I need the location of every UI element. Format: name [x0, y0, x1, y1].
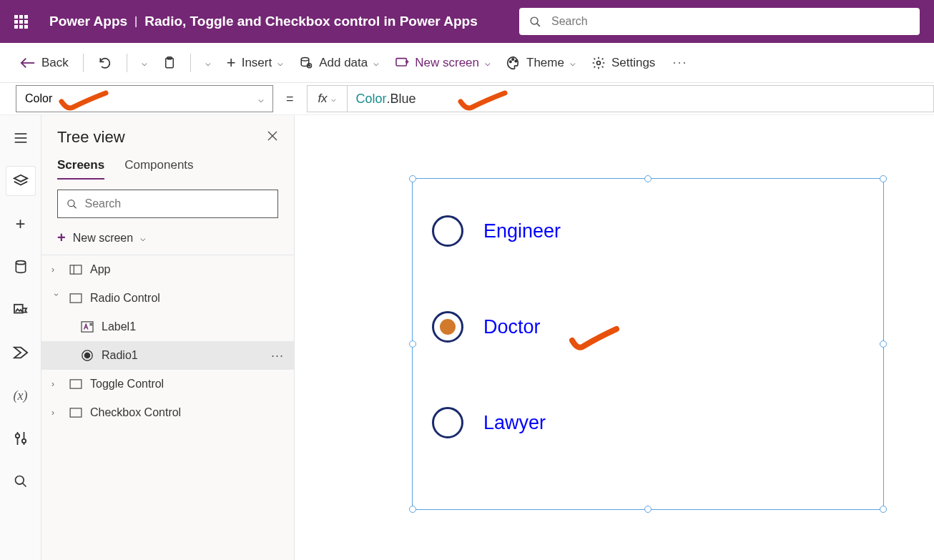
- close-icon: [267, 130, 278, 142]
- tree-item-label1[interactable]: Label1: [41, 313, 294, 341]
- radio-button-icon[interactable]: [432, 311, 463, 343]
- tree-item-toggle-control[interactable]: › Toggle Control: [41, 370, 294, 398]
- tree-search[interactable]: [57, 190, 278, 218]
- radio-option[interactable]: Lawyer: [432, 407, 561, 438]
- svg-line-1: [537, 23, 540, 26]
- rail-tree-view-button[interactable]: [6, 167, 35, 195]
- rail-variables-button[interactable]: (x): [6, 381, 35, 410]
- tree-view-panel: Tree view Screens Components + New scree…: [41, 115, 295, 560]
- tree-new-screen-button[interactable]: + New screen ⌵: [41, 225, 294, 255]
- new-screen-button[interactable]: New screen ⌵: [389, 51, 496, 74]
- label-icon: [80, 321, 94, 333]
- svg-point-40: [84, 353, 89, 358]
- formula-token-identifier: Color: [356, 92, 387, 107]
- radio-button-icon[interactable]: [432, 215, 463, 247]
- radio-option[interactable]: Doctor: [432, 311, 561, 343]
- tree-item-label: Radio Control: [90, 292, 160, 305]
- paste-dropdown[interactable]: ⌵: [200, 53, 217, 72]
- radio-control[interactable]: Engineer Doctor Lawyer: [432, 215, 561, 438]
- theme-button[interactable]: Theme ⌵: [501, 51, 581, 74]
- resize-handle[interactable]: [409, 340, 416, 348]
- radio-icon: [80, 349, 94, 362]
- paste-button[interactable]: [157, 51, 182, 74]
- tree-item-more-button[interactable]: ···: [271, 348, 284, 363]
- back-label: Back: [41, 56, 69, 70]
- divider: [127, 54, 127, 72]
- resize-handle[interactable]: [644, 506, 652, 513]
- back-button[interactable]: Back: [14, 51, 74, 74]
- left-rail: + (x): [0, 115, 41, 560]
- data-icon: [299, 57, 313, 69]
- radio-selected-dot: [440, 319, 456, 335]
- tree-tabs: Screens Components: [41, 151, 294, 180]
- tab-screens[interactable]: Screens: [57, 158, 104, 180]
- settings-button[interactable]: Settings: [586, 51, 661, 74]
- tree-item-app[interactable]: › App: [41, 255, 294, 284]
- chevron-down-icon: ⌵: [205, 57, 211, 68]
- hamburger-icon: [14, 132, 28, 144]
- svg-rect-41: [70, 380, 82, 388]
- property-selector[interactable]: Color ⌵: [16, 85, 273, 112]
- settings-label: Settings: [611, 56, 655, 70]
- svg-point-13: [512, 58, 514, 60]
- resize-handle[interactable]: [409, 175, 416, 182]
- radio-option-label: Engineer: [483, 220, 561, 242]
- svg-point-27: [15, 476, 24, 485]
- more-commands-button[interactable]: ···: [665, 52, 694, 73]
- close-panel-button[interactable]: [267, 130, 278, 145]
- fx-button[interactable]: fx ⌵: [307, 85, 347, 112]
- radio-option[interactable]: Engineer: [432, 215, 561, 247]
- svg-point-31: [68, 200, 74, 206]
- chevron-down-icon: ⌵: [142, 57, 147, 68]
- collapse-icon[interactable]: ›: [51, 293, 62, 303]
- rail-power-automate-button[interactable]: [6, 338, 35, 367]
- svg-line-28: [22, 483, 26, 487]
- gear-icon: [591, 56, 606, 70]
- expand-icon[interactable]: ›: [51, 379, 62, 389]
- tree-item-radio-control[interactable]: › Radio Control: [41, 284, 294, 313]
- plus-icon: +: [57, 230, 66, 246]
- resize-handle[interactable]: [880, 340, 887, 348]
- add-data-button[interactable]: Add data ⌵: [293, 51, 385, 74]
- tree-item-label: Checkbox Control: [90, 406, 181, 419]
- chevron-down-icon: ⌵: [373, 57, 379, 68]
- expand-icon[interactable]: ›: [51, 408, 62, 418]
- theme-label: Theme: [526, 56, 564, 70]
- tree-search-input[interactable]: [84, 197, 269, 210]
- resize-handle[interactable]: [880, 175, 887, 182]
- new-screen-label: New screen: [73, 232, 133, 245]
- fx-label: fx: [318, 92, 327, 106]
- resize-handle[interactable]: [409, 506, 416, 513]
- svg-point-12: [510, 61, 512, 63]
- theme-icon: [506, 56, 521, 70]
- screen-icon: [69, 293, 83, 303]
- app-icon: [69, 265, 83, 275]
- resize-handle[interactable]: [644, 175, 652, 182]
- undo-button[interactable]: [92, 51, 118, 74]
- rail-insert-button[interactable]: +: [6, 210, 35, 238]
- variable-icon: (x): [14, 388, 28, 403]
- canvas[interactable]: Engineer Doctor Lawyer: [295, 115, 934, 560]
- rail-hamburger-button[interactable]: [6, 124, 35, 152]
- formula-input[interactable]: Color.Blue: [347, 85, 934, 112]
- rail-advanced-tools-button[interactable]: [6, 424, 35, 453]
- app-launcher-icon[interactable]: [14, 15, 28, 29]
- resize-handle[interactable]: [880, 506, 887, 513]
- expand-icon[interactable]: ›: [51, 265, 62, 275]
- rail-data-button[interactable]: [6, 252, 35, 281]
- rail-search-button[interactable]: [6, 467, 35, 496]
- global-search[interactable]: [519, 8, 920, 35]
- title-separator: |: [134, 15, 137, 28]
- property-name: Color: [25, 92, 52, 105]
- undo-dropdown[interactable]: ⌵: [136, 53, 153, 72]
- tab-components[interactable]: Components: [124, 158, 193, 180]
- tree-item-radio1[interactable]: Radio1 ···: [41, 341, 294, 370]
- radio-button-icon[interactable]: [432, 407, 463, 438]
- plus-icon: +: [15, 214, 25, 234]
- svg-point-20: [16, 261, 25, 265]
- tree-item-checkbox-control[interactable]: › Checkbox Control: [41, 398, 294, 427]
- insert-button[interactable]: + Insert ⌵: [221, 49, 289, 77]
- global-search-input[interactable]: [551, 15, 910, 28]
- rail-media-button[interactable]: [6, 295, 35, 324]
- clipboard-icon: [163, 56, 176, 70]
